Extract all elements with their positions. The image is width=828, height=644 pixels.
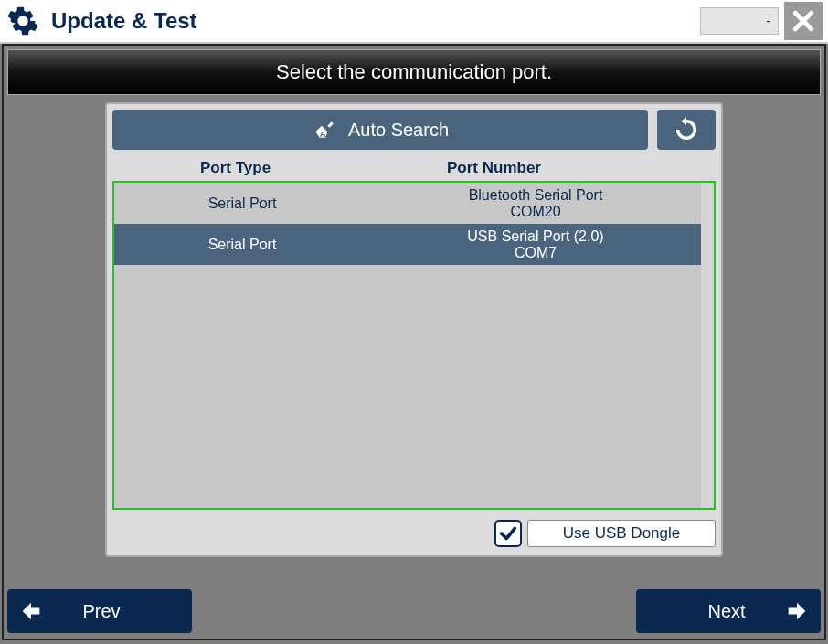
auto-search-icon: A (312, 118, 335, 142)
header-port-number: Port Number (447, 159, 541, 177)
footer-nav: Prev Next (7, 582, 821, 635)
use-usb-dongle-checkbox[interactable] (494, 520, 522, 547)
scrollbar[interactable] (701, 183, 714, 508)
check-icon (498, 523, 518, 544)
port-row[interactable]: Serial Port USB Serial Port (2.0) COM7 (114, 224, 714, 265)
port-type-cell: Serial Port (114, 237, 370, 253)
content-frame: Select the communication port. A Auto Se… (2, 44, 826, 640)
use-usb-dongle-label: Use USB Dongle (527, 520, 716, 547)
port-list: Serial Port Bluetooth Serial Port COM20 … (112, 181, 716, 510)
auto-search-button[interactable]: A Auto Search (112, 110, 648, 150)
gear-icon (7, 5, 38, 37)
arrow-right-icon (784, 598, 810, 624)
header-port-type: Port Type (200, 159, 447, 177)
port-row[interactable]: Serial Port Bluetooth Serial Port COM20 (114, 183, 714, 224)
port-number-cell: Bluetooth Serial Port COM20 (370, 187, 701, 219)
refresh-button[interactable] (657, 110, 716, 150)
instruction-banner: Select the communication port. (7, 49, 821, 95)
port-number-cell: USB Serial Port (2.0) COM7 (370, 228, 701, 260)
language-dropdown[interactable]: - (700, 7, 779, 35)
port-panel: A Auto Search Port Type Port Number (105, 102, 723, 557)
close-icon (790, 7, 817, 35)
titlebar: Update & Test - (0, 0, 828, 44)
next-button[interactable]: Next (636, 589, 821, 633)
window-title: Update & Test (51, 8, 700, 34)
arrow-left-icon (18, 598, 44, 624)
prev-button[interactable]: Prev (7, 589, 192, 633)
refresh-icon (674, 117, 699, 143)
close-button[interactable] (784, 2, 823, 40)
port-type-cell: Serial Port (114, 195, 370, 212)
svg-text:A: A (320, 129, 326, 139)
table-header: Port Type Port Number (112, 155, 716, 181)
